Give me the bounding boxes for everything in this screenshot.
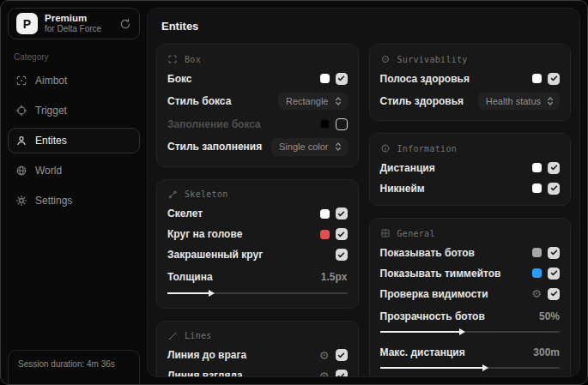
panel-title: Skeleton [185, 189, 228, 199]
sidebar-item-label: Trigget [35, 105, 67, 117]
unfold-icon [335, 141, 342, 152]
gear-icon[interactable]: ⚙ [319, 350, 330, 361]
color-swatch[interactable] [320, 230, 330, 239]
setting-label: Показывать ботов [380, 247, 475, 259]
setting-label: Линия взгляда [167, 370, 243, 377]
color-swatch[interactable] [320, 209, 330, 219]
checkbox[interactable] [548, 288, 560, 300]
sidebar-item-entites[interactable]: Entites [8, 128, 140, 153]
setting-label: Полоса здоровья [380, 73, 470, 85]
checkbox[interactable] [336, 73, 348, 85]
bot-opacity-group: Прозрачность ботов 50% [380, 310, 561, 336]
panel-title: General [397, 229, 435, 238]
panel-title: Survivability [397, 55, 468, 64]
gear-icon[interactable]: ⚙ [319, 370, 330, 377]
panel-box-header: Box [167, 54, 348, 64]
panel-information-header: Information [380, 143, 561, 153]
checkbox[interactable] [548, 247, 560, 259]
setting-label: Толщина [167, 271, 213, 283]
max-distance-slider[interactable] [380, 364, 561, 372]
refresh-icon[interactable] [119, 18, 131, 30]
survivability-icon [380, 54, 391, 64]
sidebar-item-settings[interactable]: Settings [8, 188, 140, 214]
globe-icon [15, 165, 27, 177]
setting-row: Скелет [167, 208, 348, 220]
color-swatch[interactable] [320, 119, 330, 129]
setting-row: Прозрачность ботов 50% [380, 310, 561, 322]
box-style-dropdown[interactable]: Rectangle [278, 93, 348, 110]
premium-card: P Premium for Delta Force [8, 8, 140, 39]
setting-label: Линия до врага [167, 349, 246, 361]
setting-row: Заполнение бокса [167, 117, 348, 130]
color-swatch[interactable] [532, 268, 542, 278]
slider-thumb[interactable] [380, 367, 482, 369]
setting-label: Круг на голове [167, 228, 242, 240]
check-icon [550, 164, 558, 171]
sidebar: P Premium for Delta Force Category Aimbo [1, 1, 147, 384]
slider-thumb[interactable] [167, 292, 209, 294]
panel-box: Box Бокс Стиль бокса [156, 44, 359, 167]
setting-label: Никнейм [380, 183, 425, 195]
setting-label: Прозрачность ботов [380, 310, 485, 322]
setting-row: Линия до врага ⚙ [167, 349, 348, 362]
checkbox[interactable] [336, 370, 348, 377]
checkbox[interactable] [336, 249, 348, 261]
panel-lines: Lines Линия до врага ⚙ Линия взгляда [156, 321, 359, 377]
color-swatch[interactable] [320, 74, 330, 83]
gear-icon[interactable]: ⚙ [531, 288, 542, 299]
page-title: Entites [161, 20, 571, 33]
checkbox[interactable] [548, 162, 560, 174]
setting-row: Показывать ботов [380, 246, 561, 259]
color-swatch[interactable] [532, 183, 542, 193]
bot-opacity-slider[interactable] [380, 328, 561, 336]
sidebar-item-aimbot[interactable]: Aimbot [8, 68, 140, 93]
color-swatch[interactable] [532, 248, 542, 257]
color-swatch[interactable] [532, 163, 542, 172]
checkbox[interactable] [336, 118, 348, 130]
session-duration-text: Session duration: 4m 36s [18, 359, 115, 369]
check-icon [337, 372, 345, 377]
thickness-slider[interactable] [167, 289, 348, 298]
checkbox[interactable] [548, 183, 560, 195]
setting-row: Круг на голове [167, 228, 348, 241]
setting-row: Закрашенный круг [167, 249, 348, 262]
setting-row: Никнейм [380, 182, 561, 195]
slider-thumb[interactable] [380, 331, 459, 333]
check-icon [337, 352, 345, 359]
brand-logo: P [16, 13, 38, 34]
setting-label: Закрашенный круг [167, 249, 263, 261]
category-label: Category [14, 52, 134, 62]
check-icon [337, 251, 345, 259]
bone-icon [167, 189, 178, 200]
setting-row: Проверка видимости ⚙ [380, 287, 561, 300]
check-icon [550, 75, 558, 82]
fill-style-dropdown[interactable]: Single color [271, 138, 347, 155]
checkbox[interactable] [336, 208, 348, 220]
left-column: Box Бокс Стиль бокса [156, 44, 359, 377]
gear-icon [15, 195, 27, 207]
setting-row: Стиль заполнения Single color [167, 138, 348, 155]
health-style-dropdown[interactable]: Health status [478, 93, 560, 110]
grid-icon [380, 228, 391, 238]
setting-row: Полоса здоровья [380, 72, 561, 85]
sidebar-item-trigget[interactable]: Trigget [8, 98, 140, 123]
setting-label: Дистанция [380, 162, 435, 174]
panel-survivability-header: Survivability [380, 54, 561, 64]
check-icon [337, 210, 345, 218]
box-scan-icon [167, 54, 178, 64]
panel-title: Information [397, 144, 458, 153]
slider-value: 1.5px [321, 271, 348, 283]
checkbox[interactable] [336, 228, 348, 240]
app-window: P Premium for Delta Force Category Aimbo [0, 0, 588, 385]
setting-label: Стиль заполнения [167, 141, 262, 153]
color-swatch[interactable] [532, 74, 542, 83]
setting-row: Показывать тиммейтов [380, 267, 561, 280]
checkbox[interactable] [548, 268, 560, 280]
unfold-icon [547, 96, 554, 106]
setting-label: Заполнение бокса [167, 118, 261, 130]
slider-value: 300m [533, 346, 560, 358]
sidebar-item-world[interactable]: World [8, 158, 140, 183]
checkbox[interactable] [336, 349, 348, 361]
checkbox[interactable] [548, 73, 560, 85]
sidebar-item-label: Aimbot [35, 75, 67, 87]
